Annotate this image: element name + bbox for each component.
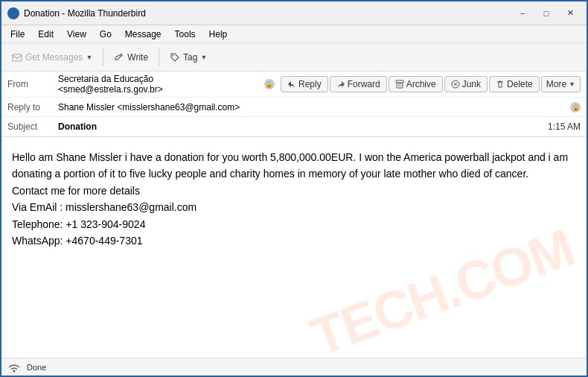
write-icon <box>114 52 124 63</box>
forward-button[interactable]: Forward <box>330 76 387 92</box>
svg-rect-2 <box>396 80 403 83</box>
reply-to-row: Reply to Shane Missler <misslershane63@g… <box>1 98 587 117</box>
menu-go[interactable]: Go <box>94 28 118 41</box>
connectivity-icon <box>7 362 21 373</box>
window-controls: − □ ✕ <box>512 6 581 21</box>
tag-button[interactable]: Tag ▼ <box>164 49 213 66</box>
minimize-button[interactable]: − <box>512 6 533 21</box>
close-button[interactable]: ✕ <box>560 6 581 21</box>
delete-icon <box>496 80 505 89</box>
toolbar: Get Messages ▼ Write Tag ▼ <box>1 43 587 72</box>
reply-button[interactable]: Reply <box>281 76 328 92</box>
junk-icon <box>451 80 460 89</box>
svg-point-1 <box>173 54 174 56</box>
more-button[interactable]: More ▼ <box>541 76 581 92</box>
from-value: Secretaria da Educação <smed@estrela.rs.… <box>58 74 258 95</box>
reply-to-value: Shane Missler <misslershane63@gmail.com> <box>58 102 564 113</box>
subject-row: Subject Donation 1:15 AM <box>1 117 587 136</box>
status-text: Done <box>27 363 46 372</box>
write-button[interactable]: Write <box>108 49 154 66</box>
toolbar-separator-2 <box>159 48 159 66</box>
menu-edit[interactable]: Edit <box>32 28 60 41</box>
window-title: Donation - Mozilla Thunderbird <box>24 8 512 19</box>
menu-file[interactable]: File <box>4 28 31 41</box>
svg-rect-0 <box>13 54 22 61</box>
get-messages-icon <box>12 52 22 63</box>
title-bar: Donation - Mozilla Thunderbird − □ ✕ <box>1 1 587 25</box>
svg-point-5 <box>13 370 16 372</box>
app-icon <box>7 7 19 19</box>
junk-button[interactable]: Junk <box>444 76 488 92</box>
reply-to-label: Reply to <box>7 102 52 113</box>
archive-icon <box>395 80 404 89</box>
action-buttons: Reply Forward Archive <box>281 76 581 92</box>
get-messages-dropdown-icon: ▼ <box>86 54 92 61</box>
email-content: Hello am Shane Missler i have a donation… <box>12 149 576 249</box>
forward-icon <box>336 80 345 89</box>
reply-icon <box>287 80 296 89</box>
subject-label: Subject <box>7 121 52 132</box>
wifi-icon <box>7 362 21 373</box>
tag-dropdown-icon: ▼ <box>200 54 207 61</box>
delete-button[interactable]: Delete <box>489 76 540 92</box>
from-security-icon[interactable]: 🔒 <box>264 79 275 89</box>
tag-icon <box>170 52 180 63</box>
maximize-button[interactable]: □ <box>536 6 557 21</box>
email-timestamp: 1:15 AM <box>548 121 581 132</box>
from-row: From Secretaria da Educação <smed@estrel… <box>1 72 587 98</box>
email-header: From Secretaria da Educação <smed@estrel… <box>1 72 587 137</box>
menu-view[interactable]: View <box>61 28 92 41</box>
menu-bar: File Edit View Go Message Tools Help <box>1 25 587 43</box>
more-dropdown-icon: ▼ <box>569 80 575 88</box>
get-messages-button[interactable]: Get Messages ▼ <box>6 49 98 66</box>
from-label: From <box>7 79 52 89</box>
toolbar-separator-1 <box>103 48 103 66</box>
status-bar: Done <box>1 358 587 376</box>
subject-value: Donation <box>58 121 542 132</box>
email-body: Hello am Shane Missler i have a donation… <box>1 137 587 358</box>
menu-help[interactable]: Help <box>203 28 234 41</box>
menu-tools[interactable]: Tools <box>169 28 202 41</box>
menu-message[interactable]: Message <box>119 28 167 41</box>
reply-to-security-icon[interactable]: 🔒 <box>570 102 581 113</box>
archive-button[interactable]: Archive <box>389 76 443 92</box>
